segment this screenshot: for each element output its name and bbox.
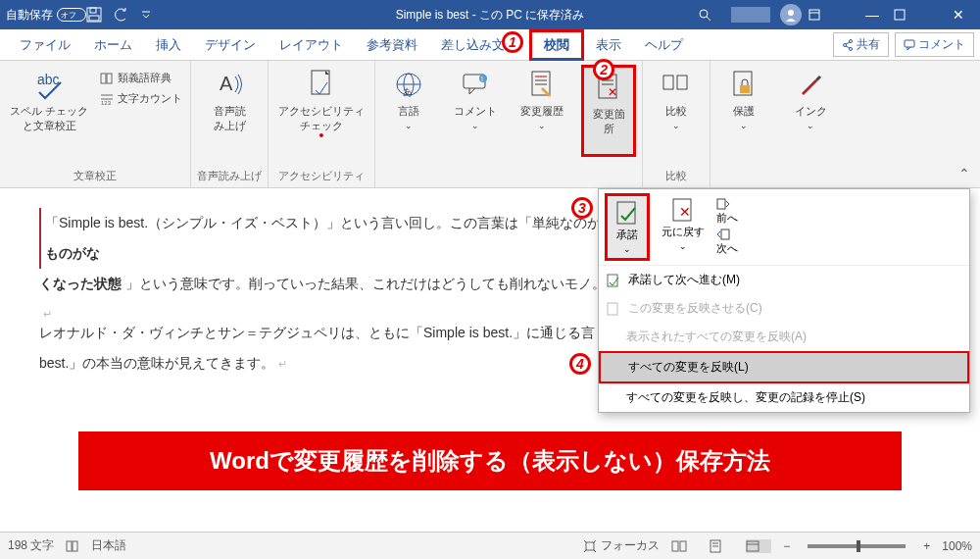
accessibility-button[interactable]: アクセシビリティ チェック •: [274, 65, 368, 157]
svg-rect-43: [617, 202, 635, 224]
menu-accept-all-stop[interactable]: すべての変更を反映し、変更の記録を停止(S): [599, 383, 969, 412]
language-status[interactable]: 日本語: [91, 537, 126, 554]
statusbar: 198 文字 日本語 フォーカス − + 100%: [0, 532, 980, 559]
compare-icon: [661, 69, 692, 100]
language-button[interactable]: あ 言語 ⌄: [381, 65, 436, 157]
search-icon[interactable]: [698, 8, 727, 22]
tab-review[interactable]: 校閲: [529, 29, 584, 61]
group-track: 変更履歴 ⌄: [509, 61, 575, 187]
tab-help[interactable]: ヘルプ: [633, 29, 695, 61]
group-label-proofing: 文章校正: [74, 165, 117, 187]
group-protect: 保護 ⌄: [710, 61, 777, 187]
ink-button[interactable]: インク ⌄: [783, 65, 838, 157]
svg-rect-2: [89, 16, 99, 21]
svg-rect-1: [90, 8, 96, 13]
web-layout-icon[interactable]: [746, 539, 771, 553]
tab-layout[interactable]: レイアウト: [268, 29, 355, 61]
readaloud-button[interactable]: A 音声読 み上げ: [202, 65, 257, 157]
group-label-accessibility: アクセシビリティ: [278, 165, 365, 187]
svg-rect-58: [747, 541, 759, 551]
tab-design[interactable]: デザイン: [193, 29, 268, 61]
changes-dropdown: 3 承諾 ⌄ ✕ 元に戻す ⌄ 前へ 次へ: [598, 188, 970, 413]
zoom-in-button[interactable]: +: [923, 539, 930, 553]
svg-rect-17: [101, 74, 106, 83]
tab-insert[interactable]: 挿入: [144, 29, 193, 61]
print-layout-icon[interactable]: [709, 539, 734, 553]
zoom-out-button[interactable]: −: [783, 539, 790, 553]
chevron-down-icon: ⌄: [405, 121, 413, 130]
next-change-button[interactable]: 次へ: [716, 228, 738, 256]
comments-button[interactable]: コメント: [895, 32, 974, 57]
focus-mode-button[interactable]: フォーカス: [583, 537, 660, 554]
group-compare: 比較 ⌄ 比較: [643, 61, 710, 187]
autosave-toggle[interactable]: 自動保存 オフ: [6, 7, 86, 24]
user-name-blurred: [731, 7, 770, 23]
customize-qat-icon[interactable]: [141, 10, 169, 20]
svg-text:✕: ✕: [608, 85, 617, 99]
undo-icon[interactable]: [114, 7, 141, 23]
svg-rect-7: [809, 10, 819, 20]
wordcount-button[interactable]: 123 文字カウント: [98, 89, 184, 108]
annotation-banner: Wordで変更履歴を削除する（表示しない）保存方法: [78, 432, 902, 490]
svg-point-6: [788, 10, 794, 16]
tab-file[interactable]: ファイル: [8, 29, 82, 61]
group-label-compare: 比較: [665, 165, 687, 187]
svg-rect-52: [586, 542, 594, 550]
svg-text:!: !: [481, 76, 483, 82]
zoom-percent[interactable]: 100%: [942, 539, 972, 553]
ribbon: abc スペル チェック と文章校正 類義語辞典 123 文字カウント 文章校正: [0, 61, 980, 188]
reject-button[interactable]: ✕ 元に戻す ⌄: [656, 193, 710, 261]
svg-rect-9: [895, 10, 905, 20]
svg-rect-18: [107, 74, 112, 83]
titlebar-right: — ✕: [698, 4, 980, 25]
spellcheck-icon: abc: [33, 69, 65, 100]
track-changes-button[interactable]: 変更履歴 ⌄: [514, 65, 569, 157]
protect-button[interactable]: 保護 ⌄: [716, 65, 771, 157]
thesaurus-button[interactable]: 類義語辞典: [98, 69, 173, 87]
group-speech: A 音声読 み上げ 音声読み上げ: [191, 61, 269, 187]
chevron-down-icon: ⌄: [679, 241, 687, 251]
spellcheck-button[interactable]: abc スペル チェック と文章校正: [6, 65, 92, 157]
chevron-down-icon: ⌄: [807, 121, 814, 130]
maximize-icon[interactable]: [894, 9, 937, 21]
word-count[interactable]: 198 文字: [8, 537, 54, 554]
menu-accept-all[interactable]: すべての変更を反映(L): [599, 351, 969, 383]
tab-references[interactable]: 参考資料: [355, 29, 429, 61]
save-icon[interactable]: [86, 7, 114, 23]
minimize-icon[interactable]: —: [851, 7, 894, 23]
collapse-ribbon-icon[interactable]: ⌃: [958, 166, 970, 181]
accept-button[interactable]: 承諾 ⌄: [605, 193, 650, 261]
svg-rect-42: [740, 85, 750, 93]
tab-home[interactable]: ホーム: [82, 29, 144, 61]
menu-accept-next[interactable]: 承諾して次へ進む(M): [599, 266, 969, 294]
chevron-down-icon: ⌄: [538, 121, 546, 130]
group-changes: 2 ✕ 変更箇 所: [575, 61, 643, 187]
share-button[interactable]: 共有: [833, 32, 889, 57]
chevron-down-icon: ⌄: [623, 244, 631, 254]
autosave-label: 自動保存: [6, 7, 53, 24]
comment-button[interactable]: ! コメント ⌄: [448, 65, 503, 157]
tab-view[interactable]: 表示: [584, 29, 633, 61]
ribbon-display-icon[interactable]: [808, 8, 851, 22]
close-icon[interactable]: ✕: [937, 7, 980, 23]
toggle-pill[interactable]: オフ: [57, 8, 86, 22]
group-proofing: abc スペル チェック と文章校正 類義語辞典 123 文字カウント 文章校正: [0, 61, 191, 187]
chevron-down-icon: ⌄: [471, 121, 479, 130]
reject-icon: ✕: [669, 197, 697, 225]
readaloud-icon: A: [214, 69, 245, 100]
protect-icon: [728, 69, 760, 100]
group-language: あ 言語 ⌄: [375, 61, 442, 187]
callout-4: 4: [569, 353, 591, 375]
avatar[interactable]: [780, 4, 802, 25]
svg-rect-51: [73, 541, 77, 551]
read-mode-icon[interactable]: [671, 539, 697, 553]
comment-icon: !: [460, 69, 491, 100]
group-accessibility: アクセシビリティ チェック • アクセシビリティ: [269, 61, 375, 187]
group-comment: ! コメント ⌄: [442, 61, 509, 187]
zoom-slider[interactable]: [808, 544, 906, 548]
compare-button[interactable]: 比較 ⌄: [649, 65, 704, 157]
svg-text:あ: あ: [403, 86, 413, 97]
prev-change-button[interactable]: 前へ: [716, 197, 738, 226]
window-title: Simple is best - この PC に保存済み: [396, 7, 585, 24]
proofing-icon[interactable]: [66, 539, 79, 553]
